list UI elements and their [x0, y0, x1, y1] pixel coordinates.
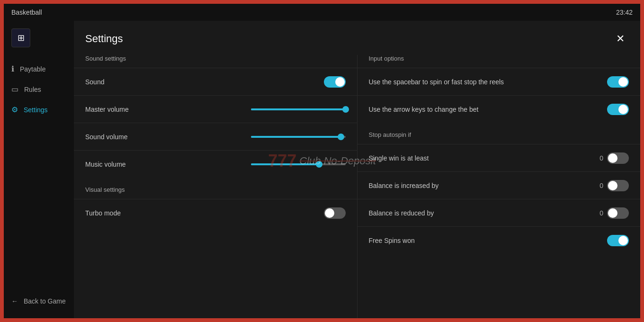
master-volume-fill — [251, 108, 346, 110]
master-volume-label: Master volume — [85, 106, 129, 113]
sidebar-rules-label: Rules — [24, 86, 41, 93]
sound-volume-fill — [251, 136, 341, 138]
master-volume-track — [251, 108, 346, 110]
balance-reduced-knob — [608, 208, 617, 218]
close-button[interactable]: ✕ — [612, 30, 629, 47]
balance-reduced-label: Balance is reduced by — [369, 209, 589, 217]
arrow-bet-knob — [618, 105, 628, 114]
grid-icon: ⊞ — [18, 33, 25, 43]
left-column: Sound settings Sound Master volume — [74, 55, 358, 318]
music-volume-label: Music volume — [85, 161, 126, 168]
turbo-mode-row: Turbo mode — [74, 199, 357, 226]
free-spins-toggle[interactable] — [607, 235, 629, 246]
settings-body: Sound settings Sound Master volume — [74, 55, 640, 318]
sound-volume-label: Sound volume — [85, 133, 128, 141]
back-label: Back to Game — [24, 297, 66, 305]
master-volume-slider-container[interactable] — [251, 108, 346, 110]
free-spins-knob — [618, 236, 628, 245]
single-win-toggle[interactable] — [607, 152, 629, 164]
logo-button[interactable]: ⊞ — [11, 28, 30, 47]
turbo-mode-toggle[interactable] — [324, 207, 346, 219]
sidebar-settings-label: Settings — [24, 106, 48, 114]
stop-autospin-label: Stop autospin if — [358, 123, 641, 144]
master-volume-row: Master volume — [74, 95, 357, 123]
balance-increased-row: Balance is increased by 0 — [358, 171, 641, 199]
sound-toggle[interactable] — [324, 76, 346, 88]
back-to-game-button[interactable]: ← Back to Game — [4, 292, 74, 311]
spacebar-spin-knob — [618, 77, 628, 87]
settings-header: Settings ✕ — [74, 21, 640, 55]
balance-reduced-row: Balance is reduced by 0 — [358, 199, 641, 226]
input-options-label: Input options — [358, 55, 641, 68]
free-spins-label: Free Spins won — [369, 237, 415, 244]
info-icon: ℹ — [11, 64, 14, 73]
spacebar-spin-toggle[interactable] — [607, 76, 629, 88]
single-win-value: 0 — [592, 154, 603, 162]
game-title: Basketball — [11, 9, 42, 16]
sound-volume-slider-container[interactable] — [251, 136, 346, 138]
sound-label: Sound — [85, 78, 104, 86]
turbo-mode-label: Turbo mode — [85, 209, 121, 217]
sound-toggle-knob — [335, 77, 345, 87]
sound-volume-row: Sound volume — [74, 123, 357, 150]
music-volume-row: Music volume — [74, 150, 357, 178]
clock: 23:42 — [616, 9, 633, 16]
balance-increased-label: Balance is increased by — [369, 182, 589, 189]
balance-increased-knob — [608, 181, 617, 190]
right-column: Input options Use the spacebar to spin o… — [358, 55, 641, 318]
balance-increased-value: 0 — [592, 182, 603, 189]
sidebar-item-paytable[interactable]: ℹ Paytable — [4, 59, 74, 79]
arrow-bet-label: Use the arrow keys to change the bet — [369, 106, 479, 113]
music-volume-track — [251, 163, 346, 165]
sidebar-paytable-label: Paytable — [20, 65, 45, 73]
single-win-row: Single win is at least 0 — [358, 144, 641, 171]
gear-icon: ⚙ — [11, 105, 18, 114]
sidebar-item-settings[interactable]: ⚙ Settings — [4, 99, 74, 120]
rules-icon: ▭ — [11, 85, 18, 94]
single-win-knob — [608, 153, 617, 163]
balance-reduced-toggle[interactable] — [607, 207, 629, 219]
spacebar-spin-row: Use the spacebar to spin or fast stop th… — [358, 68, 641, 95]
sound-volume-track — [251, 136, 346, 138]
music-volume-slider-container[interactable] — [251, 163, 346, 165]
balance-increased-toggle[interactable] — [607, 180, 629, 191]
free-spins-row: Free Spins won — [358, 226, 641, 254]
music-volume-thumb[interactable] — [316, 161, 322, 168]
master-volume-thumb[interactable] — [342, 106, 349, 113]
sound-row: Sound — [74, 68, 357, 95]
spacebar-spin-label: Use the spacebar to spin or fast stop th… — [369, 78, 504, 86]
balance-reduced-value: 0 — [592, 209, 603, 217]
sidebar-item-rules[interactable]: ▭ Rules — [4, 79, 74, 99]
settings-panel: Settings ✕ Sound settings Sound — [74, 21, 640, 318]
back-arrow-icon: ← — [11, 297, 18, 305]
turbo-mode-knob — [325, 208, 334, 218]
music-volume-fill — [251, 163, 319, 165]
arrow-bet-toggle[interactable] — [607, 104, 629, 115]
sound-volume-thumb[interactable] — [338, 134, 344, 140]
sound-settings-label: Sound settings — [74, 55, 357, 68]
settings-title: Settings — [85, 33, 123, 45]
single-win-label: Single win is at least — [369, 154, 589, 162]
visual-settings-label: Visual settings — [74, 178, 357, 199]
sidebar: ⊞ ℹ Paytable ▭ Rules ⚙ Settings ← Back t… — [4, 21, 74, 318]
arrow-bet-row: Use the arrow keys to change the bet — [358, 95, 641, 123]
